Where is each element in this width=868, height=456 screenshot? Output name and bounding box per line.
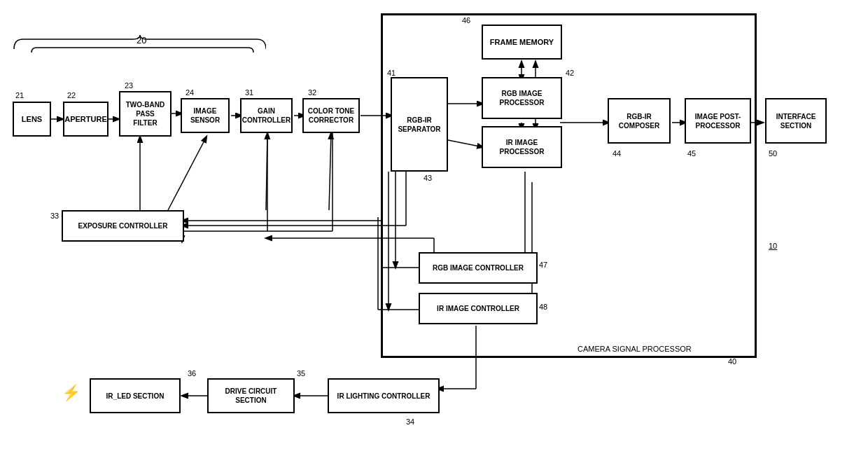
- gaincontroller-block: GAINCONTROLLER: [240, 98, 293, 133]
- interface-section-block: INTERFACESECTION: [765, 98, 827, 144]
- label-40: 40: [728, 357, 736, 366]
- svg-line-21: [266, 133, 267, 210]
- label-34: 34: [406, 417, 414, 426]
- label-10: 10: [769, 242, 777, 250]
- label-41: 41: [387, 69, 396, 77]
- label-32: 32: [308, 88, 316, 97]
- exposure-controller-block: EXPOSURE CONTROLLER: [62, 210, 184, 242]
- drive-circuit-block: DRIVE CIRCUITSECTION: [207, 378, 295, 413]
- label-31: 31: [245, 88, 253, 97]
- camera-signal-processor-label: CAMERA SIGNAL PROCESSOR: [578, 345, 692, 353]
- label-50: 50: [769, 149, 777, 158]
- svg-line-22: [329, 133, 331, 210]
- label-47: 47: [539, 261, 547, 269]
- rgbir-composer-block: RGB-IRCOMPOSER: [608, 98, 671, 144]
- frame-memory-block: FRAME MEMORY: [482, 25, 562, 60]
- brace-20: [10, 34, 266, 51]
- ir-lighting-controller-block: IR LIGHTING CONTROLLER: [328, 378, 440, 413]
- label-48: 48: [539, 303, 547, 311]
- label-35: 35: [297, 369, 305, 378]
- svg-line-16: [168, 137, 206, 210]
- colortone-block: COLOR TONECORRECTOR: [302, 98, 360, 133]
- rgb-processor-block: RGB IMAGEPROCESSOR: [482, 77, 562, 119]
- label-33: 33: [50, 212, 59, 220]
- label-46: 46: [462, 16, 470, 25]
- label-22: 22: [67, 91, 76, 99]
- label-45: 45: [687, 149, 696, 158]
- image-postprocessor-block: IMAGE POST-PROCESSOR: [685, 98, 751, 144]
- label-36: 36: [188, 369, 196, 378]
- label-42: 42: [566, 69, 574, 77]
- twoband-block: TWO-BANDPASSFILTER: [119, 91, 172, 137]
- rgb-image-controller-block: RGB IMAGE CONTROLLER: [419, 252, 538, 284]
- rgbir-separator-block: RGB-IRSEPARATOR: [391, 77, 448, 172]
- diagram: LENS APERTURE TWO-BANDPASSFILTER IMAGESE…: [0, 0, 868, 456]
- label-24: 24: [186, 88, 194, 97]
- aperture-block: APERTURE: [63, 102, 108, 137]
- ir-image-controller-block: IR IMAGE CONTROLLER: [419, 293, 538, 324]
- label-43: 43: [424, 174, 432, 182]
- ir-processor-block: IR IMAGEPROCESSOR: [482, 126, 562, 168]
- lens-block: LENS: [13, 102, 51, 137]
- ir-led-block: IR_LED SECTION: [90, 378, 181, 413]
- label-21: 21: [15, 91, 24, 99]
- label-23: 23: [125, 81, 133, 90]
- label-44: 44: [612, 149, 621, 158]
- lightning-icon: ⚡: [62, 384, 80, 402]
- imagesensor-block: IMAGESENSOR: [181, 98, 230, 133]
